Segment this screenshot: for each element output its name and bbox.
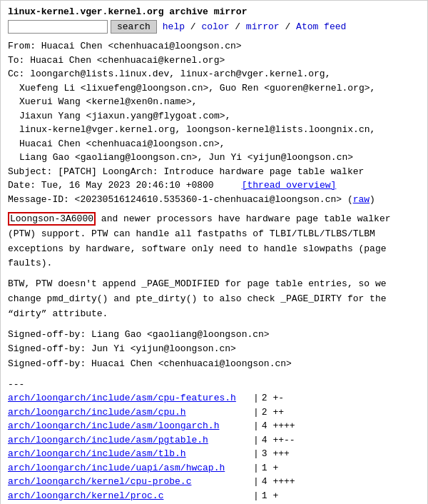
help-link[interactable]: help	[163, 21, 185, 32]
diff-file-line: arch/loongarch/include/asm/cpu.h|2 ++	[8, 405, 420, 420]
diff-file-path[interactable]: arch/loongarch/include/asm/loongarch.h	[8, 419, 250, 433]
highlighted-term: Loongson-3A6000	[8, 212, 96, 226]
diff-separator: ---	[8, 378, 420, 392]
diff-file-line: arch/loongarch/include/asm/cpu-features.…	[8, 391, 420, 405]
search-input[interactable]	[8, 20, 108, 34]
body-paragraph1: Loongson-3A6000 and newer processors hav…	[8, 212, 420, 271]
sep3: /	[280, 21, 296, 32]
date-line: Date: Tue, 16 May 2023 20:46:10 +0800 [t…	[8, 178, 420, 193]
diff-file-line: arch/loongarch/include/asm/loongarch.h|4…	[8, 419, 420, 433]
search-button[interactable]: search	[111, 20, 157, 34]
cc-line1: Cc: loongarch@lists.linux.dev, linux-arc…	[8, 67, 420, 81]
cc-line5: linux-kernel@vger.kernel.org, loongson-k…	[8, 123, 420, 137]
sep1: /	[185, 21, 201, 32]
color-link[interactable]: color	[201, 21, 229, 32]
diff-file-line: arch/loongarch/include/uapi/asm/hwcap.h|…	[8, 461, 420, 475]
page-title: linux-kernel.vger.kernel.org archive mir…	[8, 6, 420, 17]
diff-file-path[interactable]: arch/loongarch/include/asm/pgtable.h	[8, 433, 250, 448]
diff-file-path[interactable]: arch/loongarch/include/asm/tlb.h	[8, 447, 250, 461]
diff-stats: 2 +-	[262, 391, 284, 405]
diff-file-path[interactable]: arch/loongarch/include/uapi/asm/hwcap.h	[8, 461, 250, 475]
diff-pipe: |	[253, 489, 259, 503]
signoff-section: Signed-off-by: Liang Gao <gaoliang@loong…	[8, 328, 420, 372]
diff-pipe: |	[253, 391, 259, 405]
thread-overview-link[interactable]: [thread overview]	[242, 180, 337, 191]
message-id-text: Message-ID: <20230516124610.535360-1-che…	[8, 194, 375, 205]
diff-file-path[interactable]: arch/loongarch/kernel/proc.c	[8, 489, 250, 503]
diff-stats: 4 ++--	[262, 433, 295, 448]
sep2: /	[229, 21, 245, 32]
diff-file-path[interactable]: arch/loongarch/include/asm/cpu.h	[8, 405, 250, 420]
mirror-link[interactable]: mirror	[246, 21, 280, 32]
cc-line2: Xuefeng Li <lixuefeng@loongson.cn>, Guo …	[8, 81, 420, 96]
diff-stats: 1 +	[262, 489, 278, 503]
diff-pipe: |	[253, 461, 259, 475]
raw-link[interactable]: raw	[353, 194, 370, 205]
cc-line6: Huacai Chen <chenhuacai@loongson.cn>,	[8, 137, 420, 151]
cc-line7: Liang Gao <gaoliang@loongson.cn>, Jun Yi…	[8, 151, 420, 165]
atom-feed-link[interactable]: Atom feed	[296, 21, 346, 32]
diff-pipe: |	[253, 405, 259, 420]
diff-pipe: |	[253, 475, 259, 489]
cc-line4: Jiaxun Yang <jiaxun.yang@flygoat.com>,	[8, 109, 420, 124]
to-line: To: Huacai Chen <chenhuacai@kernel.org>	[8, 54, 420, 68]
body-paragraph2: BTW, PTW doesn't append _PAGE_MODIFIED f…	[8, 277, 420, 321]
signoff1: Signed-off-by: Liang Gao <gaoliang@loong…	[8, 329, 270, 340]
header-controls: search help / color / mirror / Atom feed	[8, 20, 420, 34]
page-wrapper: linux-kernel.vger.kernel.org archive mir…	[0, 0, 428, 504]
diff-file-line: arch/loongarch/kernel/cpu-probe.c|4 ++++	[8, 475, 420, 489]
diff-pipe: |	[253, 419, 259, 433]
diff-pipe: |	[253, 433, 259, 448]
diff-file-line: arch/loongarch/kernel/proc.c|1 +	[8, 489, 420, 503]
from-line: From: Huacai Chen <chenhuacai@loongson.c…	[8, 39, 420, 54]
signoff3: Signed-off-by: Huacai Chen <chenhuacai@l…	[8, 358, 292, 369]
signoff2: Signed-off-by: Jun Yi <yijun@loongson.cn…	[8, 343, 236, 354]
diff-pipe: |	[253, 447, 259, 461]
cc-line3: Xuerui Wang <kernel@xen0n.name>,	[8, 95, 420, 109]
diff-stats: 1 +	[262, 461, 278, 475]
diff-file-line: arch/loongarch/include/asm/tlb.h|3 +++	[8, 447, 420, 461]
diff-stats: 4 ++++	[262, 475, 295, 489]
email-meta: From: Huacai Chen <chenhuacai@loongson.c…	[8, 39, 420, 206]
diff-section: --- arch/loongarch/include/asm/cpu-featu…	[8, 378, 420, 504]
diff-file-path[interactable]: arch/loongarch/include/asm/cpu-features.…	[8, 391, 250, 405]
diff-file-line: arch/loongarch/include/asm/pgtable.h|4 +…	[8, 433, 420, 448]
diff-stats: 4 ++++	[262, 419, 295, 433]
message-id-line: Message-ID: <20230516124610.535360-1-che…	[8, 193, 420, 207]
diff-stats: 2 ++	[262, 405, 284, 420]
diff-files: arch/loongarch/include/asm/cpu-features.…	[8, 391, 420, 504]
header-links: help / color / mirror / Atom feed	[163, 21, 346, 32]
date-text: Date: Tue, 16 May 2023 20:46:10 +0800	[8, 180, 214, 191]
diff-file-path[interactable]: arch/loongarch/kernel/cpu-probe.c	[8, 475, 250, 489]
subject-line: Subject: [PATCH] LoongArch: Introduce ha…	[8, 165, 420, 179]
diff-stats: 3 +++	[262, 447, 290, 461]
